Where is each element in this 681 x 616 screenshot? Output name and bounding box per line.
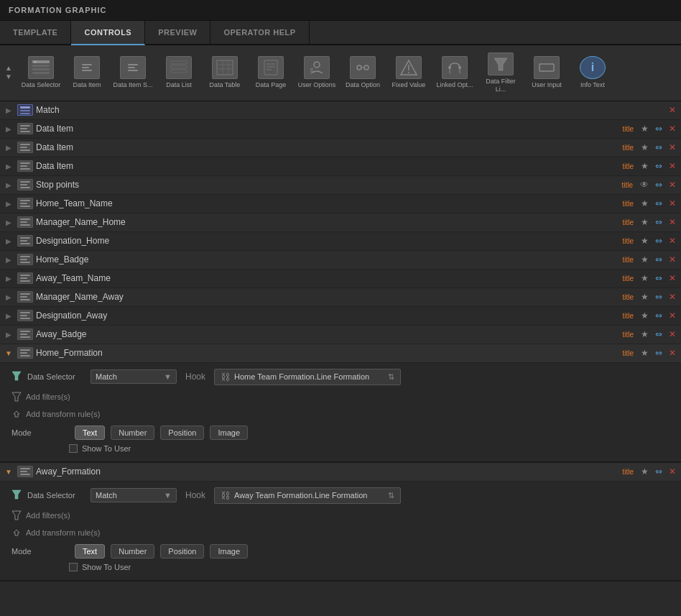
delete-button-1[interactable]: ✕ (667, 124, 678, 134)
tool-data-table[interactable]: Data Table (203, 53, 247, 92)
star-button-htn[interactable]: ★ (639, 198, 651, 208)
away-mode-number-btn[interactable]: Number (111, 544, 154, 558)
star-button-mna[interactable]: ★ (639, 292, 651, 302)
delete-button-mnh[interactable]: ✕ (667, 217, 678, 227)
expand-data-item-3[interactable]: ▶ (3, 162, 14, 170)
tool-data-filter-li[interactable]: Data Filter Li... (478, 50, 523, 96)
tab-operator-help[interactable]: OPERATOR HELP (210, 21, 309, 44)
expand-away-formation[interactable]: ▼ (3, 468, 14, 476)
home-mode-text-btn[interactable]: Text (75, 426, 105, 440)
expand-designation-home[interactable]: ▶ (3, 237, 14, 245)
tool-fixed-value[interactable]: Fixed Value (386, 53, 431, 92)
tool-data-list[interactable]: Data List (157, 53, 201, 92)
title-badge-hb: title (622, 256, 634, 264)
away-mode-text-btn[interactable]: Text (75, 544, 105, 558)
nav-up-button[interactable]: ▲ (3, 64, 14, 73)
tool-user-options[interactable]: User Options (295, 53, 339, 92)
away-hook-control[interactable]: ⛓ Away Team Formation.Line Formation ⇅ (214, 487, 401, 504)
tool-linked-opt[interactable]: Linked Opt... (432, 53, 477, 92)
arrows-button-sp[interactable]: ⇔ (653, 180, 664, 190)
delete-button-sp[interactable]: ✕ (667, 180, 678, 190)
arrows-button-hf[interactable]: ⇔ (653, 348, 664, 358)
delete-button-hb[interactable]: ✕ (667, 254, 678, 265)
expand-away-team-name[interactable]: ▶ (3, 275, 14, 282)
arrows-button-da[interactable]: ⇔ (653, 311, 664, 321)
expand-manager-name-home[interactable]: ▶ (3, 219, 14, 226)
arrows-button-atn[interactable]: ⇔ (653, 273, 664, 283)
delete-button-hf[interactable]: ✕ (667, 348, 678, 358)
star-button-3[interactable]: ★ (639, 161, 651, 171)
arrows-button-2[interactable]: ⇔ (653, 142, 664, 152)
delete-button-htn[interactable]: ✕ (667, 198, 678, 208)
star-button-atn[interactable]: ★ (639, 273, 651, 283)
expand-data-item-2[interactable]: ▶ (3, 144, 14, 152)
away-add-transform-row[interactable]: Add transform rule(s) (11, 525, 670, 540)
away-mode-image-btn[interactable]: Image (210, 544, 248, 558)
arrows-button-htn[interactable]: ⇔ (653, 198, 664, 208)
delete-button-dh[interactable]: ✕ (667, 236, 678, 246)
home-mode-image-btn[interactable]: Image (210, 426, 248, 440)
delete-button-da[interactable]: ✕ (667, 311, 678, 321)
expand-designation-away[interactable]: ▶ (3, 312, 14, 320)
arrows-button-ab[interactable]: ⇔ (653, 329, 664, 339)
expand-stop-points[interactable]: ▶ (3, 181, 14, 189)
star-button-da[interactable]: ★ (639, 311, 651, 321)
home-match-selector[interactable]: Match ▼ (91, 369, 177, 384)
row-home-team-name-label: Home_Team_Name (36, 198, 622, 208)
eye-button-sp[interactable]: 👁 (638, 180, 651, 190)
tool-data-page[interactable]: Data Page (249, 53, 293, 92)
delete-button-atn[interactable]: ✕ (667, 273, 678, 283)
star-button-af[interactable]: ★ (639, 466, 651, 477)
star-button-dh[interactable]: ★ (639, 236, 651, 246)
expand-data-item-1[interactable]: ▶ (3, 125, 14, 133)
away-show-user-checkbox[interactable] (69, 563, 78, 571)
tab-controls[interactable]: CONTROLS (71, 21, 145, 45)
away-add-filters-row[interactable]: Add filters(s) (11, 508, 670, 523)
expand-away-badge[interactable]: ▶ (3, 331, 14, 339)
tool-data-option[interactable]: Data Option (340, 53, 385, 92)
home-hook-control[interactable]: ⛓ Home Team Formation.Line Formation ⇅ (214, 369, 401, 385)
delete-button-af[interactable]: ✕ (667, 466, 678, 477)
star-button-hf[interactable]: ★ (639, 348, 651, 358)
tool-data-selector[interactable]: Data Selector (19, 53, 63, 92)
delete-button-3[interactable]: ✕ (667, 161, 678, 171)
delete-button-ab[interactable]: ✕ (667, 329, 678, 339)
arrows-button-hb[interactable]: ⇔ (653, 254, 664, 265)
away-match-selector[interactable]: Match ▼ (91, 488, 177, 502)
tab-template[interactable]: TEMPLATE (0, 21, 71, 44)
home-add-filters-row[interactable]: Add filters(s) (11, 390, 670, 404)
away-mode-position-btn[interactable]: Position (160, 544, 204, 558)
home-add-transform-row[interactable]: Add transform rule(s) (11, 407, 670, 421)
arrows-button-af[interactable]: ⇔ (653, 466, 664, 477)
tool-data-item-s[interactable]: Data Item S... (111, 53, 155, 92)
nav-down-button[interactable]: ▼ (3, 73, 14, 81)
tool-data-item[interactable]: Data Item (65, 53, 109, 92)
svg-rect-1 (32, 65, 50, 67)
tab-preview[interactable]: PREVIEW (145, 21, 210, 44)
tool-info-text[interactable]: i Info Text (570, 53, 615, 92)
toolbar: ▲ ▼ Data Selector Data Item (0, 45, 681, 101)
star-button-hb[interactable]: ★ (639, 254, 651, 265)
tool-user-input[interactable]: _ User Input (524, 53, 569, 92)
arrows-button-mnh[interactable]: ⇔ (653, 217, 664, 227)
star-button-ab[interactable]: ★ (639, 329, 651, 339)
expand-home-badge[interactable]: ▶ (3, 256, 14, 264)
expand-match[interactable]: ▶ (3, 106, 14, 114)
star-button-2[interactable]: ★ (639, 142, 651, 152)
arrows-button-3[interactable]: ⇔ (653, 161, 664, 171)
delete-button-2[interactable]: ✕ (667, 142, 678, 152)
expand-manager-name-away[interactable]: ▶ (3, 293, 14, 301)
home-mode-number-btn[interactable]: Number (111, 426, 154, 440)
arrows-button-mna[interactable]: ⇔ (653, 292, 664, 302)
home-show-user-checkbox[interactable] (69, 444, 78, 453)
star-button-mnh[interactable]: ★ (639, 217, 651, 227)
expand-home-formation[interactable]: ▼ (3, 349, 14, 357)
delete-match-button[interactable]: ✕ (667, 105, 678, 115)
home-mode-position-btn[interactable]: Position (160, 426, 204, 440)
arrows-button-1[interactable]: ⇔ (653, 124, 664, 134)
star-button-1[interactable]: ★ (639, 124, 651, 134)
arrows-button-dh[interactable]: ⇔ (653, 236, 664, 246)
toolbar-nav[interactable]: ▲ ▼ (3, 64, 14, 81)
expand-home-team-name[interactable]: ▶ (3, 200, 14, 208)
delete-button-mna[interactable]: ✕ (667, 292, 678, 302)
